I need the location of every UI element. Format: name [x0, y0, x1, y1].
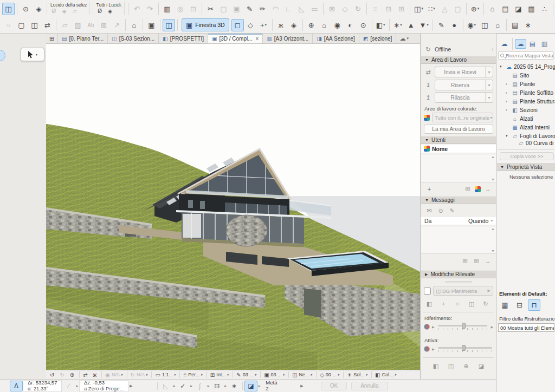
- user-colors-icon[interactable]: [475, 186, 481, 192]
- undo-icon[interactable]: ↶▾: [131, 3, 143, 15]
- tracker-distance-field[interactable]: Δr: 53234,57 α: 21,33°: [23, 380, 62, 392]
- relative-construction-icon[interactable]: ✓: [176, 381, 189, 391]
- tab-s03-sezione[interactable]: ◫ [S-03 Sezion...: [108, 34, 159, 43]
- compose-message-icon[interactable]: ✎: [447, 206, 457, 215]
- sun-settings-control[interactable]: ☀ Sol... ▸: [345, 371, 370, 379]
- slope-icon[interactable]: ∕: [62, 381, 75, 391]
- mirror-icon[interactable]: ▱▾: [59, 19, 71, 31]
- tree-item-fogli-di-lavoro[interactable]: ▾ ▱ Fogli di Lavoro: [496, 132, 555, 140]
- marquee-tool-icon[interactable]: ▢▾: [15, 19, 28, 31]
- teamwork-status-row[interactable]: ↻ Offline ›: [421, 44, 496, 54]
- dimension-standard-control[interactable]: ⊞ Int... ▸: [209, 371, 231, 379]
- trim-elements-icon[interactable]: ⊠▾: [326, 3, 338, 15]
- new-message-icon[interactable]: ✉: [424, 206, 435, 215]
- section-messaggi[interactable]: ▼ Messaggi: [421, 196, 496, 204]
- orbit-mode-icon[interactable]: ◉▾: [331, 19, 344, 31]
- skylight-icon[interactable]: △▾: [438, 3, 451, 15]
- tree-item-piante-strutturali[interactable]: › ▤ Piante Strutturali: [496, 97, 555, 106]
- overlay-icon[interactable]: ⊕: [461, 361, 472, 371]
- favorites-icon[interactable]: ▤▾: [499, 3, 512, 15]
- column-quando[interactable]: Quando ▼: [468, 218, 496, 224]
- pending-message-icon[interactable]: ⊙: [435, 206, 446, 215]
- hoist-default-icon[interactable]: ⊓: [528, 299, 540, 311]
- cancel-button[interactable]: Annulla: [351, 382, 388, 390]
- stretch-2-icon[interactable]: ⊠▾: [98, 19, 110, 31]
- hotspot-icon[interactable]: ⊕▾: [469, 3, 481, 15]
- go-home-icon[interactable]: ⌂▾: [128, 19, 140, 31]
- mail-clock-icon[interactable]: ✉: [462, 184, 473, 194]
- dropdown-arrow-icon[interactable]: ▼: [485, 93, 493, 102]
- tree-item-piante-soffitto[interactable]: › ▤ Piante Soffitto: [496, 88, 555, 97]
- project-map-tab-icon[interactable]: ☁: [515, 39, 526, 49]
- filter-elements-icon[interactable]: ∗▾: [392, 19, 404, 31]
- model-view-options-control[interactable]: ▣ 03 ... ▸: [262, 371, 287, 379]
- trace-checkbox[interactable]: [424, 288, 431, 295]
- section-3d-icon[interactable]: ▣▾: [145, 19, 158, 31]
- snap-point-field[interactable]: Metà 2: [261, 380, 299, 392]
- corner-window-icon[interactable]: ▢▾: [451, 3, 464, 15]
- marquee-method-icon[interactable]: ⊡: [210, 381, 223, 391]
- active-color-icon[interactable]: [424, 346, 430, 352]
- 3d-home-icon[interactable]: ⌂▾: [318, 19, 331, 31]
- camera-settings-control[interactable]: ◉ N/A ▸: [104, 371, 125, 379]
- section-modifiche-rilevate[interactable]: ▶ Modifiche Rilevate: [421, 270, 496, 278]
- rebuild-reference-icon[interactable]: ↻: [480, 299, 491, 309]
- forward-message-icon[interactable]: →: [482, 256, 493, 266]
- zoom-to-selection-icon[interactable]: ◎▾: [174, 3, 186, 15]
- reserve-button[interactable]: Riserva ▼: [435, 80, 493, 90]
- magic-wand-icon[interactable]: ∗: [228, 381, 241, 391]
- set-square-icon[interactable]: ◺: [159, 381, 172, 391]
- spline-icon[interactable]: ∫: [193, 381, 206, 391]
- render-icon[interactable]: ∗▾: [522, 19, 534, 31]
- points-icon[interactable]: ∴▾: [538, 3, 551, 15]
- orbit-icon[interactable]: ↺ ▸: [48, 371, 57, 379]
- 3d-viewport[interactable]: ↺ ▸ ↻ ▸ ⊕ ▸ ⇄ ▸: [46, 44, 420, 379]
- project-chooser-icon[interactable]: ☁: [499, 39, 510, 49]
- fillet-icon[interactable]: ◠▾: [269, 3, 282, 15]
- renovation-filter-control[interactable]: ◫ Ne... ▸: [291, 371, 314, 379]
- layout-book-tab-icon[interactable]: ▥: [539, 39, 550, 49]
- active-opacity-slider[interactable]: [437, 344, 493, 353]
- ok-button[interactable]: OK: [321, 382, 347, 390]
- door-tool-icon[interactable]: ◫▾: [412, 3, 425, 15]
- layer-combination-control[interactable]: ≡ Per... ▸: [182, 371, 204, 379]
- split-icon[interactable]: ✂▾: [204, 3, 217, 15]
- chevron-right-icon[interactable]: ▶: [491, 325, 493, 329]
- chevron-right-icon[interactable]: ▶: [130, 384, 132, 388]
- renovation-filter-select[interactable]: 00 Mostra tutti gli Elementi: [498, 323, 554, 332]
- reply-message-icon[interactable]: ✉: [471, 256, 482, 266]
- orbit-back-icon[interactable]: ↻ ▸: [58, 371, 67, 379]
- tree-item-curva-di-livello[interactable]: ▱ 00 Curva di liv: [496, 140, 555, 145]
- copy-structure-icon[interactable]: ◪▾: [512, 3, 525, 15]
- roof-tool-icon[interactable]: ▦▾: [525, 3, 538, 15]
- magic-plane-icon[interactable]: ▲▾: [405, 19, 417, 31]
- tree-item-project[interactable]: ▾ ☁ 2025 05 14_Progetto: [496, 62, 555, 71]
- make-current-icon[interactable]: ◪: [476, 361, 487, 371]
- surface-paint-icon[interactable]: ✎▾: [435, 19, 448, 31]
- vr-scene-icon[interactable]: ⌂▾: [492, 19, 504, 31]
- 3d-style-icon[interactable]: ⊙▾: [357, 19, 370, 31]
- slab-edit-icon[interactable]: ⊟▾: [382, 3, 395, 15]
- object-tool-icon[interactable]: ∷▾: [425, 3, 438, 15]
- marquee-ellipse-icon[interactable]: ○▾: [2, 19, 15, 31]
- zoom-icon[interactable]: ⊕ ▸: [68, 371, 78, 379]
- scale-control[interactable]: ▭ 1:1... ▸: [153, 371, 178, 379]
- view-map-tab-icon[interactable]: ▤: [527, 39, 538, 49]
- open-message-icon[interactable]: ✉: [460, 256, 470, 266]
- paint-bucket-icon[interactable]: ●▾: [448, 19, 461, 31]
- mesh-edit-icon[interactable]: ⊞▾: [395, 3, 408, 15]
- finestra-3d-button[interactable]: ▣ Finestra 3D: [182, 18, 229, 31]
- add-user-icon[interactable]: +: [424, 184, 435, 194]
- hide-selection-layer-icon[interactable]: Ø: [49, 8, 59, 15]
- polygon-edit-icon[interactable]: ◇▾: [339, 3, 351, 15]
- 3d-style-control[interactable]: ◇ 00 ... ▸: [318, 371, 341, 379]
- tree-item-alzati[interactable]: ⌂ Alzati: [496, 114, 555, 123]
- view-reset-control[interactable]: ↻ N/A ▸: [129, 371, 150, 379]
- tracker-delta-icon[interactable]: Δ: [10, 381, 23, 391]
- tab-a3-orizzontale[interactable]: ▥ [A3 Orizzont...: [263, 34, 313, 43]
- drag-copy-icon[interactable]: ◫▾: [28, 19, 41, 31]
- tree-item-piante[interactable]: › ▤ Piante: [496, 80, 555, 88]
- fly-through-icon[interactable]: ▤▾: [509, 19, 521, 31]
- pickup-parameters-icon[interactable]: ✎▾: [243, 3, 256, 15]
- users-list[interactable]: ▲ ▼: [421, 154, 496, 182]
